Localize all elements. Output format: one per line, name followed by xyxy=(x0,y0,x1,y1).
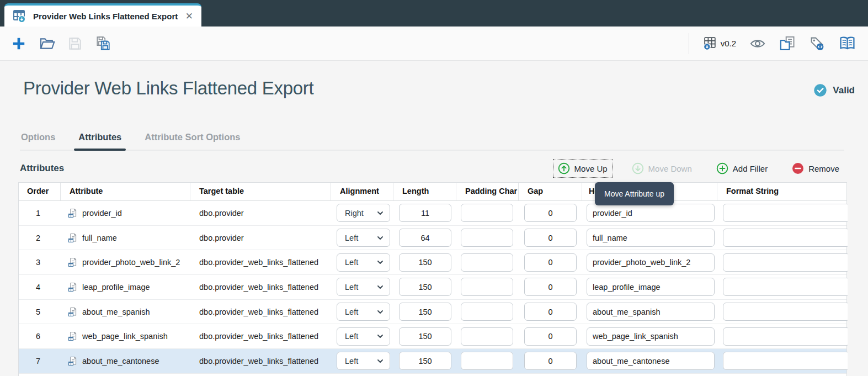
target-table-cell: dbo.provider_web_links_flattened xyxy=(190,283,331,292)
length-input[interactable] xyxy=(399,303,451,321)
gap-input[interactable] xyxy=(524,327,577,346)
attribute-cell: provider_photo_web_link_2 xyxy=(61,257,190,267)
padding-char-input[interactable] xyxy=(461,229,513,247)
target-table-cell: dbo.provider_web_links_flattened xyxy=(190,357,331,366)
add-filler-label: Add Filler xyxy=(733,164,768,173)
padding-char-input[interactable] xyxy=(461,204,513,222)
table-row[interactable]: 5 about_me_spanish dbo.provider_web_link… xyxy=(19,300,846,325)
column-header-order: Order xyxy=(19,183,61,200)
attribute-name: about_me_cantonese xyxy=(82,357,159,366)
header-input[interactable] xyxy=(587,303,715,321)
header-input[interactable] xyxy=(587,253,715,272)
table-row[interactable]: 2 full_name dbo.provider Left xyxy=(19,226,846,251)
save-as-button[interactable] xyxy=(95,35,111,52)
remove-label: Remove xyxy=(808,164,839,173)
padding-char-input[interactable] xyxy=(461,278,513,296)
remove-button[interactable]: Remove xyxy=(787,159,844,178)
attribute-field-icon xyxy=(68,331,78,341)
format-string-input[interactable] xyxy=(723,352,848,370)
header-input[interactable] xyxy=(587,204,715,222)
header-input[interactable] xyxy=(587,327,715,346)
gap-input[interactable] xyxy=(524,253,577,272)
alignment-select[interactable]: Left xyxy=(337,352,390,370)
alignment-value: Left xyxy=(345,357,376,366)
preview-eye-button[interactable] xyxy=(749,35,766,52)
format-string-input[interactable] xyxy=(723,204,848,222)
gap-input[interactable] xyxy=(524,352,577,370)
alignment-select[interactable]: Right xyxy=(337,204,390,222)
length-input[interactable] xyxy=(399,204,451,222)
export-grid-icon xyxy=(12,9,26,23)
gap-input[interactable] xyxy=(524,204,577,222)
column-header-attribute: Attribute xyxy=(61,183,190,200)
save-button-disabled xyxy=(67,36,83,51)
format-string-input[interactable] xyxy=(723,253,848,272)
new-button[interactable] xyxy=(11,36,26,51)
attribute-name: provider_id xyxy=(82,209,122,218)
tab-options[interactable]: Options xyxy=(20,129,56,150)
attribute-field-icon xyxy=(68,307,78,317)
length-input[interactable] xyxy=(399,278,451,296)
move-down-label: Move Down xyxy=(648,164,692,173)
table-row[interactable]: 1 provider_id dbo.provider Right xyxy=(19,201,846,226)
tab-attributes[interactable]: Attributes xyxy=(77,129,123,150)
attribute-cell: web_page_link_spanish xyxy=(61,331,190,341)
alignment-select[interactable]: Left xyxy=(337,229,390,247)
table-row[interactable]: 3 provider_photo_web_link_2 dbo.provider… xyxy=(19,250,846,275)
open-output-folder-button[interactable] xyxy=(779,35,796,52)
attribute-field-icon xyxy=(68,356,78,366)
padding-char-input[interactable] xyxy=(461,352,513,370)
padding-char-input[interactable] xyxy=(461,303,513,321)
length-input[interactable] xyxy=(399,253,451,272)
alignment-select[interactable]: Left xyxy=(337,303,390,321)
format-string-input[interactable] xyxy=(723,229,848,247)
alignment-value: Left xyxy=(345,308,376,316)
length-input[interactable] xyxy=(399,229,451,247)
table-row[interactable]: 4 leap_profile_image dbo.provider_web_li… xyxy=(19,275,846,300)
length-input[interactable] xyxy=(399,352,451,370)
target-table-cell: dbo.provider_web_links_flattened xyxy=(190,258,331,267)
tab-attribute-sort-options[interactable]: Attribute Sort Options xyxy=(143,129,241,150)
order-cell: 1 xyxy=(19,209,61,218)
target-table-cell: dbo.provider_web_links_flattened xyxy=(190,332,331,341)
move-up-button[interactable]: Move Up xyxy=(553,159,613,178)
gap-input[interactable] xyxy=(524,303,577,321)
alignment-select[interactable]: Left xyxy=(337,253,390,272)
add-filler-button[interactable]: Add Filler xyxy=(711,159,773,178)
format-string-input[interactable] xyxy=(723,278,848,296)
tags-button[interactable] xyxy=(809,35,826,52)
open-button[interactable] xyxy=(39,35,55,52)
table-row[interactable]: 7 about_me_cantonese dbo.provider_web_li… xyxy=(19,349,846,374)
document-tab[interactable]: Provider Web Links Flattened Export ✕ xyxy=(4,3,201,27)
attribute-cell: leap_profile_image xyxy=(61,282,190,292)
gap-input[interactable] xyxy=(524,278,577,296)
alignment-select[interactable]: Left xyxy=(337,278,390,296)
tab-strip: Options Attributes Attribute Sort Option… xyxy=(20,129,844,151)
header-input[interactable] xyxy=(587,229,715,247)
format-string-input[interactable] xyxy=(723,327,848,346)
move-down-button: Move Down xyxy=(627,159,697,178)
order-cell: 3 xyxy=(19,258,61,267)
export-version-button[interactable]: v0.2 xyxy=(702,36,736,51)
status-label: Valid xyxy=(833,85,855,96)
length-input[interactable] xyxy=(399,327,451,346)
target-table-cell: dbo.provider_web_links_flattened xyxy=(190,308,331,316)
format-string-input[interactable] xyxy=(723,303,848,321)
attribute-name: web_page_link_spanish xyxy=(82,332,168,341)
header-input[interactable] xyxy=(587,278,715,296)
documentation-book-button[interactable] xyxy=(839,35,856,52)
valid-seal-icon xyxy=(813,83,828,98)
padding-char-input[interactable] xyxy=(461,253,513,272)
alignment-value: Left xyxy=(345,283,376,292)
order-cell: 7 xyxy=(19,357,61,366)
attribute-cell: provider_id xyxy=(61,208,190,218)
attributes-table: Order Attribute Target table Alignment L… xyxy=(18,182,847,376)
header-input[interactable] xyxy=(587,352,715,370)
table-row[interactable]: 6 web_page_link_spanish dbo.provider_web… xyxy=(19,324,846,349)
close-icon[interactable]: ✕ xyxy=(184,10,195,22)
attribute-field-icon xyxy=(68,282,78,292)
document-tab-title: Provider Web Links Flattened Export xyxy=(33,12,184,21)
padding-char-input[interactable] xyxy=(461,327,513,346)
alignment-select[interactable]: Left xyxy=(337,327,390,346)
gap-input[interactable] xyxy=(524,229,577,247)
